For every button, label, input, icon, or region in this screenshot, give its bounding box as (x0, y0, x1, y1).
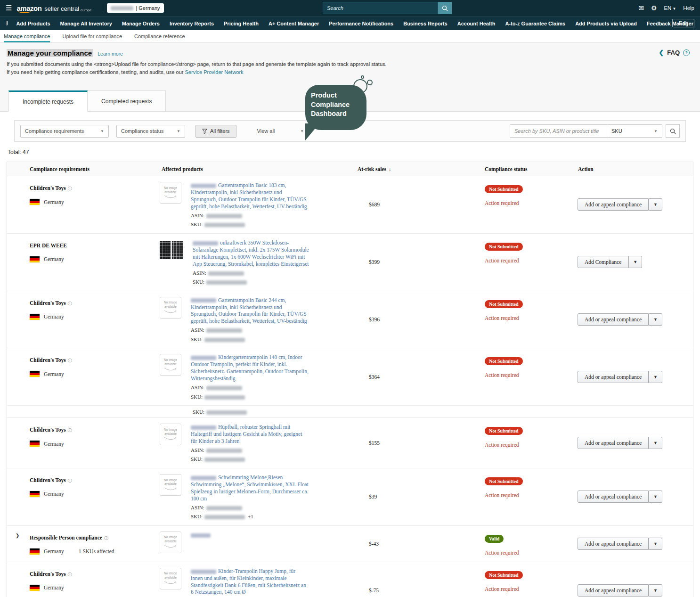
app-window: ☰ amazon seller central europe | Germany… (0, 0, 700, 597)
product-title-link[interactable]: onkraftwerk 350W Steckdosen-Solaranlage … (193, 239, 310, 268)
info-icon[interactable]: ⓘ (104, 536, 108, 540)
action-dropdown-button[interactable]: ▼ (649, 371, 662, 383)
all-filters-button[interactable]: All filters (195, 125, 236, 138)
redacted-sku (204, 338, 245, 342)
product-image-solar-panels[interactable] (160, 241, 183, 259)
info-icon[interactable]: ⓘ (68, 572, 72, 577)
chevron-down-icon: ▼ (100, 129, 104, 133)
no-image-placeholder: No imageavailable (160, 532, 181, 553)
nav-item-add-products[interactable]: Add Products (16, 21, 50, 26)
action-dropdown-button[interactable]: ▼ (628, 256, 642, 268)
nav-item-inventory-reports[interactable]: Inventory Reports (170, 21, 214, 26)
global-search-input[interactable] (323, 2, 438, 14)
action-button[interactable]: Add or appeal compliance (578, 538, 649, 550)
action-button-group: Add Compliance▼ (578, 256, 642, 268)
nav-item-manage-all-inventory[interactable]: Manage All Inventory (60, 21, 112, 26)
faq-help-icon[interactable]: ? (683, 49, 690, 56)
nav-item-add-products-via-upload[interactable]: Add Products via Upload (575, 21, 637, 26)
germany-flag-icon (30, 256, 40, 262)
chevron-left-icon[interactable]: ❮ (659, 49, 664, 56)
action-button[interactable]: Add or appeal compliance (578, 198, 649, 211)
subnav-item-compliance-reference[interactable]: Compliance reference (134, 30, 185, 42)
redacted-brand (191, 570, 216, 574)
top-right-controls: ✉ ⚙ EN▼ Help (638, 0, 694, 16)
bookmark-icon[interactable] (7, 21, 8, 26)
tab-completed-requests[interactable]: Completed requests (88, 90, 166, 112)
action-dropdown-button[interactable]: ▼ (649, 491, 662, 503)
edit-nav-button[interactable]: Edit (672, 19, 694, 27)
sku-label: SKU: (191, 336, 203, 342)
hamburger-menu-icon[interactable]: ☰ (6, 4, 12, 12)
action-dropdown-button[interactable]: ▼ (649, 198, 662, 211)
table-row: Children's ToysⓘGermanyNo imageavailable… (7, 417, 693, 468)
product-title-link[interactable] (191, 532, 212, 539)
info-icon[interactable]: ⓘ (68, 186, 72, 191)
action-button[interactable]: Add or appeal compliance (578, 584, 649, 597)
global-search-button[interactable] (438, 2, 452, 14)
product-title-link[interactable]: Schwimmring Melone,Riesen-Schwimmring „M… (191, 474, 309, 502)
subnav-item-upload-file-for-compliance[interactable]: Upload file for compliance (62, 30, 122, 42)
nav-item-manage-orders[interactable]: Manage Orders (122, 21, 160, 26)
compliance-status-dropdown[interactable]: Compliance status▼ (116, 125, 185, 138)
action-button[interactable]: Add or appeal compliance (578, 313, 649, 326)
info-icon[interactable]: ⓘ (68, 428, 72, 433)
messages-icon[interactable]: ✉ (638, 4, 644, 12)
column-header-at-risk-sales[interactable]: At-risk sales↓ (350, 166, 476, 172)
gear-icon[interactable]: ⚙ (651, 4, 657, 12)
redacted-brand (193, 241, 218, 245)
view-all-dropdown[interactable]: View all▼ (257, 128, 304, 134)
faq-label[interactable]: FAQ (667, 49, 680, 56)
action-button[interactable]: Add or appeal compliance (578, 371, 649, 383)
content-panel: Compliance requirements▼ Compliance stat… (0, 111, 700, 597)
search-type-dropdown[interactable]: SKU▼ (607, 128, 662, 134)
product-title-link[interactable]: Gartentrampolin Basic 244 cm, Kindertram… (191, 297, 309, 325)
sub-nav: Manage complianceUpload file for complia… (0, 30, 700, 43)
product-title-link[interactable]: Gartentrampolin Basic 183 cm, Kindertram… (191, 182, 309, 210)
action-dropdown-button[interactable]: ▼ (649, 538, 662, 550)
redacted-brand (191, 356, 216, 360)
account-selector[interactable]: | Germany (107, 3, 163, 13)
action-button[interactable]: Add or appeal compliance (578, 491, 649, 503)
language-selector[interactable]: EN▼ (664, 5, 676, 11)
chevron-down-icon: ▼ (672, 7, 676, 11)
info-icon[interactable]: ⓘ (68, 358, 72, 363)
nav-item-a-content-manager[interactable]: A+ Content Manager (269, 21, 319, 26)
help-link[interactable]: Help (683, 5, 694, 11)
redacted-brand (191, 425, 216, 430)
table-row: Children's ToysⓘGermanyNo imageavailable… (7, 176, 693, 233)
nav-item-pricing-health[interactable]: Pricing Health (224, 21, 259, 26)
action-button-group: Add or appeal compliance▼ (578, 538, 662, 550)
nav-item-business-reports[interactable]: Business Reports (403, 21, 448, 26)
service-provider-network-link[interactable]: Service Provider Network (185, 69, 244, 75)
redacted-brand (191, 476, 216, 480)
amazon-smile-icon (164, 437, 177, 441)
subnav-item-manage-compliance[interactable]: Manage compliance (4, 30, 50, 42)
nav-item-performance-notifications[interactable]: Performance Notifications (329, 21, 393, 26)
product-title-link[interactable]: Kindergartentrampolin 140 cm, Indoor Out… (191, 354, 309, 382)
compliance-requirements-dropdown[interactable]: Compliance requirements▼ (20, 125, 109, 138)
action-dropdown-button[interactable]: ▼ (649, 437, 662, 449)
chevron-down-icon: ▼ (300, 129, 304, 133)
tab-incomplete-requests[interactable]: Incomplete requests (8, 90, 88, 112)
sort-descending-icon[interactable]: ↓ (389, 166, 391, 172)
action-dropdown-button[interactable]: ▼ (649, 584, 662, 597)
action-button[interactable]: Add Compliance (578, 256, 628, 268)
nav-item-a-to-z-guarantee-claims[interactable]: A-to-z Guarantee Claims (505, 21, 565, 26)
learn-more-link[interactable]: Learn more (98, 51, 123, 57)
nav-item-account-health[interactable]: Account Health (457, 21, 496, 26)
column-header-action: Action (570, 166, 693, 172)
tooltip-bubble-decoration (360, 96, 362, 98)
action-button[interactable]: Add or appeal compliance (578, 437, 649, 449)
action-dropdown-button[interactable]: ▼ (649, 313, 662, 326)
product-title-link[interactable]: Hüpfball, robuster Springball mit Halteg… (191, 424, 309, 445)
info-icon[interactable]: ⓘ (68, 478, 72, 483)
table-search-button[interactable] (666, 124, 680, 138)
info-icon[interactable]: ⓘ (68, 301, 72, 306)
table-search-input[interactable] (510, 128, 607, 134)
expand-row-icon[interactable]: ❯ (16, 533, 19, 538)
action-button-group: Add or appeal compliance▼ (578, 584, 662, 597)
redacted-asin (206, 386, 242, 390)
product-title-link[interactable]: Kinder-Trampolin Happy Jump, für innen u… (191, 568, 309, 596)
sku-label: SKU: (193, 409, 204, 415)
sku-more-count[interactable]: +1 (248, 514, 253, 519)
